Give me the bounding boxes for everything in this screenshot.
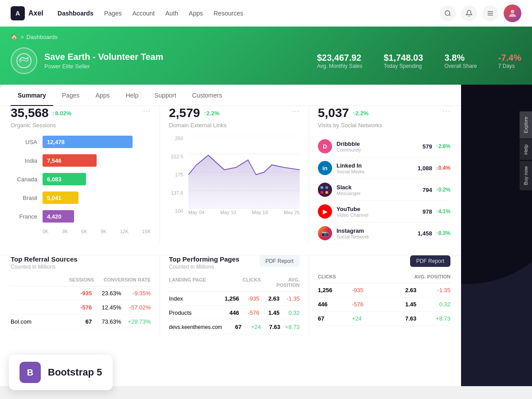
nav-links: Dashboards Pages Account Auth Apps Resou… [58, 10, 440, 17]
instagram-info: Instagram Social Network [336, 227, 369, 239]
hero-stat-spending-label: Today Spending [383, 63, 423, 69]
linkedin-change: ↓0.4% [436, 165, 450, 171]
bar-usa: 12,478 [43, 136, 151, 148]
clicks-change-2: -576 [243, 309, 259, 316]
pages-header: Top Performing Pages Counted in Millions… [169, 255, 300, 270]
stats-area: 35,568 ↑8.02% Organic Sessions ⋯ USA 12,… [0, 106, 461, 251]
social-number: 5,037 ↑2.2% [318, 106, 382, 120]
col-position: AVG. POSITION [264, 277, 300, 288]
breadcrumb: 🏠 > Dashboards [11, 34, 521, 40]
youtube-type: Video Channel [336, 212, 368, 218]
youtube-icon: ▶ [318, 204, 332, 219]
bar-label-brasil: Brasil [11, 195, 37, 201]
dark-pos-c1: -1.35 [420, 287, 450, 293]
instagram-value: 1,458 [418, 230, 432, 237]
slack-type: Messanger [336, 191, 360, 196]
referral-header: Top Referral Sources Counted in Millions [11, 255, 151, 270]
nav-pages[interactable]: Pages [104, 10, 122, 17]
rate-3: 73.63% [95, 318, 121, 325]
bar-fill-brasil: 5,041 [43, 192, 78, 204]
links-stat: 2,579 ↑2.2% Domain External Links [169, 106, 227, 129]
organic-badge: ↑8.02% [52, 110, 71, 117]
bar-row-france: France 4,420 [11, 210, 151, 223]
pages-subtitle: Counted in Millions [169, 264, 239, 270]
social-more-icon[interactable]: ⋯ [442, 106, 450, 116]
menu-button[interactable] [482, 5, 498, 21]
dark-pos-2: 1.45 [386, 301, 417, 308]
dark-pos-3: 7.63 [386, 315, 417, 322]
pdf-report-btn[interactable]: PDF Report [259, 255, 300, 267]
nav-resources[interactable]: Resources [214, 10, 243, 17]
position-1: 2.63 [263, 295, 280, 302]
dribbble-name: Dribbble [336, 141, 361, 147]
hero-stat-spending-value: $1,748.03 [383, 53, 423, 63]
referral-subtitle: Counted in Millions [11, 264, 78, 270]
search-button[interactable] [440, 5, 456, 21]
youtube-value: 978 [422, 208, 432, 215]
tab-apps[interactable]: Apps [89, 85, 117, 106]
dark-pdf-col: PDF Report CLICKS AVG. POSITION 1,256 -9… [309, 255, 450, 334]
col-sessions: SESSIONS [67, 277, 94, 282]
help-side-button[interactable]: Help [520, 139, 532, 160]
col-page: LANDING PAGE [169, 277, 222, 288]
notification-button[interactable] [461, 5, 477, 21]
dark-pos-c2: 0.32 [420, 301, 450, 308]
linkedin-name: Linked In [336, 162, 364, 169]
chart-svg-container [188, 136, 300, 209]
slack-name: Slack [336, 184, 360, 191]
bar-row-usa: USA 12,478 [11, 136, 151, 148]
hero-stat-share: 3.8% Overall Share [444, 53, 477, 69]
nav-account[interactable]: Account [132, 10, 155, 17]
pdf-report-dark-btn[interactable]: PDF Report [410, 255, 450, 267]
links-badge: ↑2.2% [203, 110, 219, 117]
hero-stat-spending: $1,748.03 Today Spending [383, 53, 423, 69]
tab-summary[interactable]: Summary [11, 85, 53, 106]
linkedin-type: Social Media [336, 169, 364, 174]
col-clicks-dark: CLICKS [318, 274, 383, 279]
instagram-change: ↑8.3% [436, 230, 450, 236]
clicks-change-3: +24 [245, 324, 261, 330]
youtube-name: YouTube [336, 206, 368, 212]
nav-apps[interactable]: Apps [189, 10, 203, 17]
bar-brasil: 5,041 [43, 192, 151, 204]
user-avatar[interactable] [504, 4, 521, 22]
links-header: 2,579 ↑2.2% Domain External Links ⋯ [169, 106, 300, 129]
tab-help[interactable]: Help [118, 85, 145, 106]
explore-button[interactable]: Explore [520, 111, 532, 138]
youtube-change: ↑4.1% [436, 208, 450, 215]
home-icon[interactable]: 🏠 [11, 34, 18, 40]
nav-auth[interactable]: Auth [165, 10, 178, 17]
social-table: D Dribbble Community 579 ↑2.6% in Linked… [318, 136, 450, 244]
tab-support[interactable]: Support [147, 85, 183, 106]
position-3: 7.63 [265, 324, 281, 330]
dark-clicks-c3: +24 [352, 315, 383, 322]
bottom-grid: Top Referral Sources Counted in Millions… [0, 255, 461, 341]
organic-header: 35,568 ↑8.02% Organic Sessions ⋯ [11, 106, 151, 129]
dark-pos-c3: +8.73 [420, 315, 450, 322]
brand-icon: A [11, 6, 25, 20]
hero-stat-days-label: 7 Days [498, 63, 521, 69]
links-more-icon[interactable]: ⋯ [292, 106, 300, 116]
sessions-1: -935 [66, 290, 92, 297]
tab-customers[interactable]: Customers [185, 85, 229, 106]
pages-col: Top Performing Pages Counted in Millions… [160, 255, 309, 334]
rate-2: 12.45% [95, 304, 121, 311]
hero-content: Save Earth - Volunteer Team Power Elite … [11, 47, 521, 74]
col-name [11, 277, 64, 282]
line-chart: 250212.5175137.5100 [169, 136, 300, 224]
org-name: Save Earth - Volunteer Team [44, 52, 163, 62]
dark-row-2: 446 -576 1.45 0.32 [318, 297, 450, 312]
buy-now-button[interactable]: Buy now [520, 161, 532, 190]
brand[interactable]: A Axel [11, 6, 43, 20]
nav-dashboards[interactable]: Dashboards [58, 10, 94, 17]
social-badge: ↑2.2% [352, 110, 368, 117]
instagram-icon: 📷 [318, 226, 332, 240]
dark-table-header: CLICKS AVG. POSITION [318, 270, 450, 283]
svg-point-5 [17, 54, 31, 68]
position-change-1: -1.35 [283, 295, 300, 302]
slack-info: Slack Messanger [336, 184, 360, 196]
tab-pages[interactable]: Pages [55, 85, 87, 106]
organic-more-icon[interactable]: ⋯ [143, 106, 151, 116]
bar-label-canada: Canada [11, 176, 37, 183]
bar-fill-canada: 6,083 [43, 173, 86, 185]
